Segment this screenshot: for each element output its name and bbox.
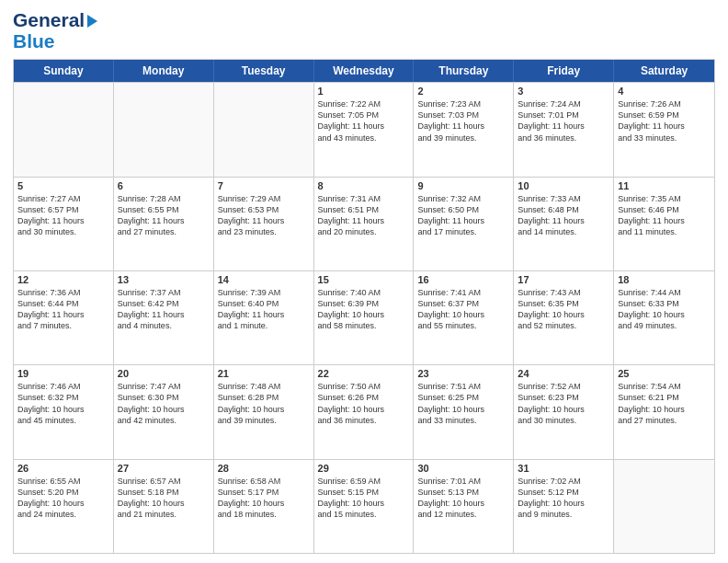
day-info-line: and 36 minutes.: [518, 132, 609, 144]
day-info-line: and 33 minutes.: [417, 415, 509, 426]
day-number: 11: [618, 180, 711, 191]
day-info-line: Sunset: 5:12 PM: [518, 487, 609, 498]
day-info-line: and 23 minutes.: [218, 226, 310, 237]
day-info-line: Daylight: 10 hours: [417, 404, 509, 415]
day-info-line: Sunrise: 7:41 AM: [417, 287, 509, 298]
calendar-day-5: 5Sunrise: 7:27 AMSunset: 6:57 PMDaylight…: [14, 178, 114, 270]
day-number: 24: [518, 368, 609, 379]
day-info-line: Daylight: 11 hours: [17, 215, 109, 226]
day-info-line: Daylight: 11 hours: [618, 215, 711, 226]
day-number: 20: [118, 368, 210, 379]
calendar-day-29: 29Sunrise: 6:59 AMSunset: 5:15 PMDayligh…: [314, 460, 415, 553]
day-info-line: and 30 minutes.: [17, 226, 109, 237]
day-info-line: Sunrise: 7:43 AM: [518, 287, 609, 298]
day-info-line: Daylight: 10 hours: [618, 309, 711, 320]
day-info-line: and 18 minutes.: [218, 509, 310, 520]
day-info-line: Daylight: 10 hours: [118, 498, 210, 509]
calendar-day-7: 7Sunrise: 7:29 AMSunset: 6:53 PMDaylight…: [214, 178, 314, 270]
day-info-line: Sunset: 6:30 PM: [118, 392, 210, 403]
day-info-line: Sunset: 6:51 PM: [318, 204, 410, 215]
day-info-line: and 27 minutes.: [118, 226, 210, 237]
day-info-line: Daylight: 11 hours: [218, 309, 310, 320]
day-info-line: Daylight: 10 hours: [518, 498, 609, 509]
day-info-line: and 49 minutes.: [618, 320, 711, 331]
calendar-day-3: 3Sunrise: 7:24 AMSunset: 7:01 PMDaylight…: [514, 83, 614, 176]
day-info-line: Daylight: 11 hours: [318, 121, 410, 132]
day-info-line: Sunrise: 7:37 AM: [118, 287, 210, 298]
calendar-day-empty: [214, 83, 314, 176]
calendar-day-19: 19Sunrise: 7:46 AMSunset: 6:32 PMDayligh…: [14, 365, 114, 458]
day-number: 25: [618, 368, 711, 379]
calendar-day-empty: [114, 83, 214, 176]
calendar-day-11: 11Sunrise: 7:35 AMSunset: 6:46 PMDayligh…: [614, 178, 714, 270]
day-info-line: Sunrise: 7:32 AM: [417, 193, 509, 204]
day-info-line: Daylight: 11 hours: [618, 121, 711, 132]
calendar-day-28: 28Sunrise: 6:58 AMSunset: 5:17 PMDayligh…: [214, 460, 314, 553]
day-info-line: and 9 minutes.: [518, 509, 609, 520]
day-info-line: Daylight: 11 hours: [118, 309, 210, 320]
day-info-line: Daylight: 10 hours: [318, 498, 410, 509]
day-info-line: Daylight: 11 hours: [518, 215, 609, 226]
calendar-day-16: 16Sunrise: 7:41 AMSunset: 6:37 PMDayligh…: [414, 271, 514, 364]
day-number: 27: [118, 463, 210, 474]
day-info-line: and 55 minutes.: [417, 320, 509, 331]
calendar-day-18: 18Sunrise: 7:44 AMSunset: 6:33 PMDayligh…: [614, 271, 714, 364]
day-info-line: Daylight: 11 hours: [318, 215, 410, 226]
calendar-week-5: 26Sunrise: 6:55 AMSunset: 5:20 PMDayligh…: [14, 459, 714, 553]
logo-general-text: General: [13, 9, 85, 30]
calendar-body: 1Sunrise: 7:22 AMSunset: 7:05 PMDaylight…: [14, 82, 714, 553]
day-number: 17: [518, 274, 609, 285]
calendar-header-friday: Friday: [514, 60, 614, 82]
day-info-line: Daylight: 11 hours: [17, 309, 109, 320]
day-info-line: Sunrise: 7:46 AM: [17, 381, 109, 392]
day-info-line: Daylight: 10 hours: [518, 404, 609, 415]
logo-blue-text: Blue: [13, 30, 55, 52]
calendar-day-empty: [14, 83, 114, 176]
day-info-line: Sunset: 6:21 PM: [618, 392, 711, 403]
day-number: 2: [417, 86, 509, 97]
day-info-line: Sunrise: 7:52 AM: [518, 381, 609, 392]
day-info-line: Sunset: 6:50 PM: [417, 204, 509, 215]
day-info-line: Sunset: 6:46 PM: [618, 204, 711, 215]
calendar-week-2: 5Sunrise: 7:27 AMSunset: 6:57 PMDaylight…: [14, 177, 714, 270]
day-info-line: Daylight: 11 hours: [417, 215, 509, 226]
day-number: 7: [218, 180, 310, 191]
day-info-line: Daylight: 11 hours: [417, 121, 509, 132]
day-info-line: Sunrise: 7:44 AM: [618, 287, 711, 298]
day-info-line: Sunset: 6:33 PM: [618, 298, 711, 309]
calendar-day-24: 24Sunrise: 7:52 AMSunset: 6:23 PMDayligh…: [514, 365, 614, 458]
calendar-week-3: 12Sunrise: 7:36 AMSunset: 6:44 PMDayligh…: [14, 270, 714, 364]
day-number: 18: [618, 274, 711, 285]
day-info-line: and 58 minutes.: [318, 320, 410, 331]
day-number: 22: [318, 368, 410, 379]
day-info-line: and 21 minutes.: [118, 509, 210, 520]
day-info-line: Sunrise: 7:39 AM: [218, 287, 310, 298]
day-info-line: Sunset: 6:59 PM: [618, 109, 711, 121]
calendar-day-27: 27Sunrise: 6:57 AMSunset: 5:18 PMDayligh…: [114, 460, 214, 553]
day-info-line: Sunset: 6:44 PM: [17, 298, 109, 309]
calendar: SundayMondayTuesdayWednesdayThursdayFrid…: [13, 59, 715, 554]
day-info-line: and 39 minutes.: [417, 132, 509, 144]
day-number: 26: [17, 463, 109, 474]
day-number: 30: [417, 463, 509, 474]
day-info-line: Sunset: 6:48 PM: [518, 204, 609, 215]
calendar-day-31: 31Sunrise: 7:02 AMSunset: 5:12 PMDayligh…: [514, 460, 614, 553]
day-info-line: and 14 minutes.: [518, 226, 609, 237]
day-number: 21: [218, 368, 310, 379]
calendar-day-14: 14Sunrise: 7:39 AMSunset: 6:40 PMDayligh…: [214, 271, 314, 364]
day-info-line: Daylight: 10 hours: [518, 309, 609, 320]
calendar-day-empty: [614, 460, 714, 553]
day-info-line: and 42 minutes.: [118, 415, 210, 426]
day-info-line: Sunset: 5:13 PM: [417, 487, 509, 498]
day-info-line: Sunrise: 6:58 AM: [218, 476, 310, 487]
day-number: 9: [417, 180, 509, 191]
day-number: 4: [618, 86, 711, 97]
day-info-line: Daylight: 10 hours: [17, 404, 109, 415]
day-info-line: Sunrise: 7:29 AM: [218, 193, 310, 204]
day-info-line: Sunrise: 7:28 AM: [118, 193, 210, 204]
day-number: 16: [417, 274, 509, 285]
calendar-day-17: 17Sunrise: 7:43 AMSunset: 6:35 PMDayligh…: [514, 271, 614, 364]
calendar-week-4: 19Sunrise: 7:46 AMSunset: 6:32 PMDayligh…: [14, 364, 714, 458]
day-info-line: Sunrise: 7:33 AM: [518, 193, 609, 204]
calendar-day-25: 25Sunrise: 7:54 AMSunset: 6:21 PMDayligh…: [614, 365, 714, 458]
